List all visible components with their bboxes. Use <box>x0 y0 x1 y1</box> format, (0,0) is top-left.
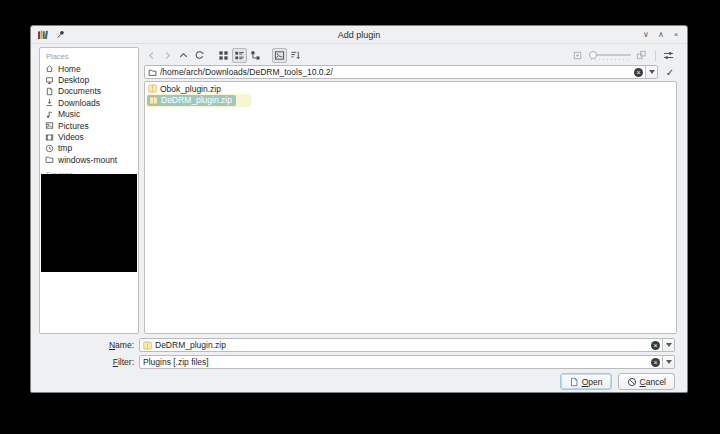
sidebar-item-desktop[interactable]: Desktop <box>45 74 138 85</box>
close-button[interactable]: × <box>671 30 681 40</box>
file-row[interactable]: Obok_plugin.zip <box>146 83 676 95</box>
details-view-button[interactable] <box>232 48 247 63</box>
sidebar-item-pictures[interactable]: Pictures <box>45 120 138 131</box>
folder-icon <box>148 68 157 77</box>
open-button[interactable]: Open <box>560 373 612 390</box>
devices-redacted-block <box>41 174 137 272</box>
document-icon <box>569 377 579 387</box>
sidebar-item-downloads[interactable]: Downloads <box>45 97 138 108</box>
clear-filter-button[interactable]: × <box>651 358 660 367</box>
pictures-icon <box>45 121 54 130</box>
zoom-out-icon <box>572 50 583 61</box>
add-plugin-dialog: Add plugin ∨ ∧ × Places HomeDesktopDocum… <box>30 25 688 393</box>
desktop-icon <box>45 76 54 85</box>
zip-archive-icon <box>143 341 152 350</box>
back-icon <box>146 50 157 61</box>
filter-row: Filter: Plugins [.zip files] × <box>31 355 675 369</box>
places-list: HomeDesktopDocumentsDownloadsMusicPictur… <box>45 63 138 166</box>
zip-archive-icon <box>149 96 158 105</box>
cancel-button[interactable]: Cancel <box>618 373 675 390</box>
minimize-button[interactable]: ∨ <box>641 30 651 40</box>
zoom-in-button[interactable] <box>634 48 649 63</box>
preview-button[interactable] <box>272 48 287 63</box>
file-name: Obok_plugin.zip <box>160 84 221 94</box>
sidebar-item-label: Home <box>58 64 81 74</box>
sidebar-item-music[interactable]: Music <box>45 109 138 120</box>
name-label: Name: <box>109 340 134 350</box>
sidebar-item-label: Pictures <box>58 121 89 131</box>
caret-down-icon <box>666 360 672 364</box>
up-button[interactable] <box>176 48 191 63</box>
home-icon <box>45 64 54 73</box>
pin-icon <box>55 29 66 40</box>
sidebar-item-home[interactable]: Home <box>45 63 138 74</box>
zoom-in-icon <box>636 50 647 61</box>
open-button-label: Open <box>582 377 603 387</box>
clock-icon <box>45 144 54 153</box>
main-area: /home/arch/Downloads/DeDRM_tools_10.0.2/… <box>144 47 677 334</box>
name-input[interactable]: DeDRM_plugin.zip × <box>139 338 675 352</box>
clear-location-button[interactable]: × <box>634 68 643 77</box>
sidebar-item-tmp[interactable]: tmp <box>45 143 138 154</box>
desktop-background: Add plugin ∨ ∧ × Places HomeDesktopDocum… <box>0 0 720 434</box>
documents-icon <box>45 87 54 96</box>
zip-archive-icon <box>148 84 157 93</box>
zoom-slider-handle[interactable] <box>589 51 597 59</box>
sort-button[interactable] <box>288 48 303 63</box>
filter-label: Filter: <box>113 357 134 367</box>
clear-name-button[interactable]: × <box>651 341 660 350</box>
sidebar-item-label: windows-mount <box>58 155 117 165</box>
icons-view-button[interactable] <box>216 48 231 63</box>
selection-hover-halo: DeDRM_plugin.zip <box>146 94 251 107</box>
sort-icon <box>290 50 301 61</box>
filter-value: Plugins [.zip files] <box>143 357 651 367</box>
sidebar-item-videos[interactable]: Videos <box>45 131 138 142</box>
zoom-slider[interactable] <box>589 51 631 61</box>
cancel-circle-icon <box>627 377 637 387</box>
file-name: DeDRM_plugin.zip <box>161 95 232 105</box>
details-view-icon <box>234 50 245 61</box>
videos-icon <box>45 133 54 142</box>
reload-icon <box>194 50 205 61</box>
file-list: Obok_plugin.zipDeDRM_plugin.zip <box>144 81 677 334</box>
caret-down-icon <box>649 70 655 74</box>
accept-path-button[interactable]: ✓ <box>663 67 677 78</box>
window-title: Add plugin <box>31 30 687 40</box>
sidebar-item-windows-mount[interactable]: windows-mount <box>45 154 138 165</box>
filter-dropdown-button[interactable] <box>662 356 674 368</box>
selected-file[interactable]: DeDRM_plugin.zip <box>147 95 236 106</box>
sidebar-item-documents[interactable]: Documents <box>45 86 138 97</box>
location-dropdown-button[interactable] <box>645 66 657 78</box>
sidebar-item-label: Videos <box>58 132 84 142</box>
name-value: DeDRM_plugin.zip <box>155 340 651 350</box>
back-button[interactable] <box>144 48 159 63</box>
preview-icon <box>274 50 285 61</box>
sidebar-item-label: Desktop <box>58 75 89 85</box>
location-path: /home/arch/Downloads/DeDRM_tools_10.0.2/ <box>160 67 634 77</box>
filter-input[interactable]: Plugins [.zip files] × <box>139 355 675 369</box>
places-panel: Places HomeDesktopDocumentsDownloadsMusi… <box>39 47 139 334</box>
caret-down-icon <box>666 343 672 347</box>
options-icon <box>663 50 674 61</box>
name-row: Name: DeDRM_plugin.zip × <box>31 338 675 352</box>
forward-icon <box>162 50 173 61</box>
icons-view-icon <box>218 50 229 61</box>
sidebar-item-label: tmp <box>58 143 72 153</box>
forward-button[interactable] <box>160 48 175 63</box>
location-bar: /home/arch/Downloads/DeDRM_tools_10.0.2/… <box>144 65 677 79</box>
toolbar <box>144 47 677 64</box>
calibre-books-icon <box>37 29 49 41</box>
maximize-button[interactable]: ∧ <box>656 30 666 40</box>
tree-view-button[interactable] <box>248 48 263 63</box>
sidebar-item-label: Downloads <box>58 98 100 108</box>
cancel-button-label: Cancel <box>640 377 666 387</box>
options-button[interactable] <box>661 48 676 63</box>
zoom-out-button[interactable] <box>570 48 585 63</box>
titlebar[interactable]: Add plugin ∨ ∧ × <box>31 26 687 44</box>
file-row[interactable]: DeDRM_plugin.zip <box>146 95 676 107</box>
name-dropdown-button[interactable] <box>662 339 674 351</box>
location-input[interactable]: /home/arch/Downloads/DeDRM_tools_10.0.2/… <box>144 65 658 79</box>
dialog-buttons: Open Cancel <box>560 373 675 390</box>
tree-view-icon <box>250 50 261 61</box>
reload-button[interactable] <box>192 48 207 63</box>
